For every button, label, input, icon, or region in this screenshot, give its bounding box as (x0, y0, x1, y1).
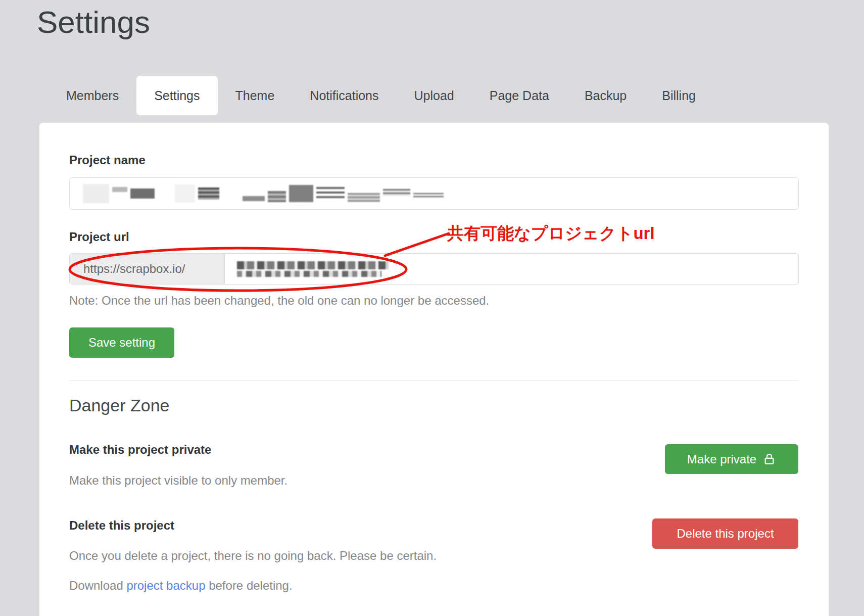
redacted-project-url (237, 261, 389, 277)
danger-zone-title: Danger Zone (69, 396, 169, 415)
project-backup-link[interactable]: project backup (126, 579, 205, 592)
delete-project-heading: Delete this project (69, 518, 174, 533)
tab-theme[interactable]: Theme (218, 76, 293, 115)
delete-project-button[interactable]: Delete this project (652, 518, 798, 549)
url-prefix-addon: https://scrapbox.io/ (70, 254, 225, 284)
tab-settings[interactable]: Settings (136, 76, 217, 115)
tab-page-data[interactable]: Page Data (472, 76, 567, 115)
save-setting-button[interactable]: Save setting (69, 327, 174, 358)
project-url-label: Project url (69, 230, 129, 244)
project-name-input[interactable] (69, 177, 799, 210)
settings-screen: Settings Members Settings Theme Notifica… (0, 0, 864, 616)
make-private-button[interactable]: Make private (665, 444, 798, 474)
tab-billing[interactable]: Billing (644, 76, 713, 115)
section-divider (69, 380, 799, 381)
make-private-heading: Make this project private (69, 443, 211, 457)
lock-icon (762, 452, 776, 466)
make-private-label: Make private (687, 452, 756, 466)
tab-notifications[interactable]: Notifications (292, 76, 396, 115)
project-url-input[interactable] (225, 254, 798, 284)
download-backup-line: Download project backup before deleting. (69, 579, 293, 593)
tab-upload[interactable]: Upload (397, 76, 472, 115)
project-url-input-group: https://scrapbox.io/ (69, 253, 799, 285)
tab-members[interactable]: Members (49, 76, 136, 115)
download-suffix: before deleting. (206, 579, 293, 592)
settings-panel: Project name Project url (39, 123, 829, 616)
download-prefix: Download (69, 579, 126, 592)
delete-project-label: Delete this project (677, 527, 774, 541)
project-name-label: Project name (69, 153, 146, 167)
settings-tabbar: Members Settings Theme Notifications Upl… (49, 76, 713, 115)
make-private-description: Make this project visible to only member… (69, 473, 287, 488)
redacted-project-name (70, 178, 798, 209)
save-setting-label: Save setting (88, 336, 155, 350)
page-title: Settings (37, 4, 150, 40)
tab-backup[interactable]: Backup (567, 76, 644, 115)
annotation-text: 共有可能なプロジェクトurl (447, 222, 655, 245)
delete-project-description: Once you delete a project, there is no g… (69, 549, 437, 563)
url-change-note: Note: Once the url has been changed, the… (69, 294, 489, 308)
